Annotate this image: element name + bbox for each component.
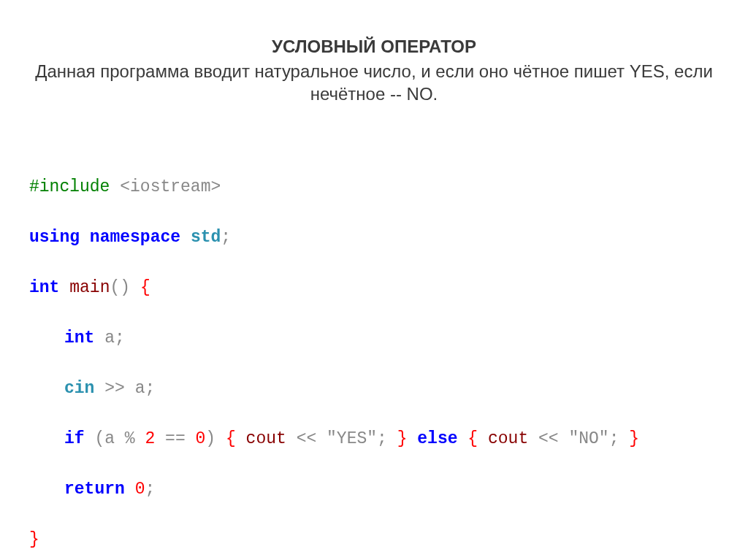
slide-subtitle: Данная программа вводит натуральное числ… — [29, 60, 719, 105]
code-line-decl: int a; — [29, 326, 719, 351]
code-line-main: int main() { — [29, 275, 719, 301]
code-line-include: #include <iostream> — [29, 174, 719, 200]
slide-title: УСЛОВНЫЙ ОПЕРАТОР — [29, 37, 719, 57]
code-line-return: return 0; — [29, 477, 719, 502]
slide-header: УСЛОВНЫЙ ОПЕРАТОР Данная программа вводи… — [29, 37, 719, 105]
code-line-using: using namespace std; — [29, 225, 719, 250]
code-block: #include <iostream> using namespace std;… — [29, 149, 719, 560]
code-line-close: } — [29, 527, 719, 553]
code-line-cin: cin >> a; — [29, 376, 719, 402]
code-line-if: if (a % 2 == 0) { cout << "YES"; } else … — [29, 426, 719, 452]
